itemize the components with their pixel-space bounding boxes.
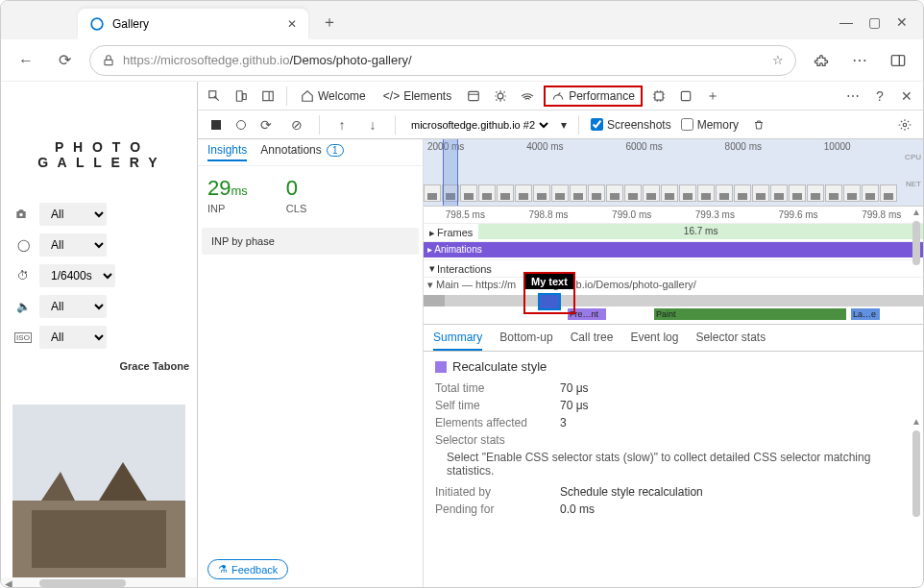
svg-point-17: [498, 93, 503, 99]
screenshot-strip: [424, 184, 923, 206]
dropdown-icon[interactable]: ▾: [561, 118, 567, 132]
filter-camera[interactable]: All: [1, 199, 197, 230]
performance-tab[interactable]: Performance: [544, 86, 643, 107]
close-devtools-button[interactable]: ✕: [896, 86, 917, 107]
main-track-label[interactable]: ▾ Main — https://mMy text.github.io/Demo…: [427, 278, 923, 292]
page-scrollbar-h[interactable]: ◀: [1, 577, 197, 588]
feedback-button[interactable]: ⚗ Feedback: [207, 559, 288, 579]
interactions-track-label[interactable]: ▾ Interactions: [424, 261, 498, 276]
download-icon[interactable]: ↓: [362, 114, 383, 135]
settings-icon[interactable]: [894, 114, 915, 135]
filter-timer[interactable]: ⏱ 1/6400s: [1, 260, 197, 291]
url-text: https://microsoftedge.github.io/Demos/ph…: [123, 53, 765, 67]
filter-select[interactable]: All: [39, 233, 107, 257]
memory-checkbox[interactable]: Memory: [681, 118, 739, 132]
flame-task[interactable]: [424, 295, 923, 306]
filter-speaker[interactable]: 🔈 All: [1, 291, 197, 322]
record-dot-icon[interactable]: [236, 120, 246, 130]
selector-stats-tab[interactable]: Selector stats: [695, 331, 766, 351]
tracks-scrollbar[interactable]: ▲: [910, 207, 923, 320]
svg-rect-2: [891, 55, 904, 65]
filter-select[interactable]: All: [39, 203, 107, 226]
frames-bar[interactable]: 16.7 ms: [478, 224, 923, 239]
elements-tab[interactable]: </> Elements: [377, 86, 457, 107]
filter-select[interactable]: 1/6400s: [39, 264, 115, 287]
back-button[interactable]: ←: [12, 47, 39, 74]
svg-rect-18: [655, 91, 663, 99]
annotation-target[interactable]: [538, 293, 561, 310]
add-tab-button[interactable]: ＋: [702, 86, 723, 107]
filter-aperture[interactable]: ◯ All: [1, 230, 197, 260]
summary-tab[interactable]: Summary: [433, 331, 482, 351]
track-ruler: 798.5 ms 798.8 ms 799.0 ms 799.3 ms 799.…: [424, 207, 923, 224]
svg-point-4: [19, 213, 23, 217]
annotations-tab[interactable]: Annotations 1: [260, 143, 343, 161]
address-bar[interactable]: https://microsoftedge.github.io/Demos/ph…: [89, 45, 796, 76]
window-minimize-button[interactable]: ―: [839, 14, 853, 30]
application-icon[interactable]: [675, 86, 696, 107]
favorite-icon[interactable]: ☆: [772, 53, 784, 67]
annotation-tooltip[interactable]: My text: [523, 272, 575, 314]
help-icon[interactable]: ?: [869, 86, 890, 107]
split-screen-icon[interactable]: [885, 47, 912, 74]
svg-rect-20: [211, 120, 221, 130]
webpage-pane: P H O T O G A L L E R Y All ◯ All ⏱ 1/64…: [1, 82, 198, 588]
tab-title: Gallery: [112, 17, 149, 31]
cpu-label: CPU: [905, 153, 921, 161]
svg-point-21: [903, 123, 907, 127]
clear-button[interactable]: ⊘: [286, 114, 307, 135]
dock-side-icon[interactable]: [257, 86, 279, 107]
svg-rect-19: [681, 91, 690, 100]
svg-rect-13: [263, 91, 274, 100]
bottom-up-tab[interactable]: Bottom-up: [499, 331, 552, 351]
detail-event-title: Recalculate style: [435, 359, 912, 374]
app-icon[interactable]: [463, 86, 484, 107]
flame-layer[interactable]: La…e: [851, 308, 880, 320]
extensions-icon[interactable]: [808, 47, 835, 74]
camera-icon: [14, 208, 32, 221]
timeline-overview[interactable]: 2000 ms 4000 ms 6000 ms 8000 ms 10000 CP…: [424, 139, 923, 207]
flame-paint[interactable]: Paint: [654, 308, 846, 320]
flame-chart[interactable]: ▸ Frames 16.7 ms ▸ Animations ▾ Interact…: [424, 224, 923, 320]
filter-iso[interactable]: ISO All: [1, 322, 197, 353]
screenshots-checkbox[interactable]: Screenshots: [591, 118, 671, 132]
inp-by-phase[interactable]: INP by phase: [202, 228, 419, 255]
event-log-tab[interactable]: Event log: [630, 331, 678, 351]
record-button[interactable]: [206, 114, 227, 135]
window-close-button[interactable]: ✕: [896, 14, 908, 30]
edge-favicon: [89, 16, 105, 32]
animations-track[interactable]: ▸ Animations: [424, 242, 923, 257]
iso-icon: ISO: [14, 332, 32, 343]
filter-select[interactable]: All: [39, 326, 107, 349]
home-icon: [301, 89, 314, 103]
device-toggle-icon[interactable]: [231, 86, 252, 107]
window-maximize-button[interactable]: ▢: [868, 14, 881, 30]
filter-select[interactable]: All: [39, 295, 107, 318]
inspect-element-icon[interactable]: [204, 86, 225, 107]
svg-point-0: [91, 18, 103, 30]
call-tree-tab[interactable]: Call tree: [571, 331, 614, 351]
bug-icon[interactable]: [490, 86, 511, 107]
browser-tab[interactable]: Gallery ✕: [78, 9, 308, 39]
code-icon: </>: [383, 89, 400, 103]
more-icon[interactable]: ⋯: [842, 86, 863, 107]
details-scrollbar[interactable]: ▲: [910, 416, 923, 588]
welcome-tab[interactable]: Welcome: [295, 86, 372, 107]
flame-task[interactable]: [424, 295, 445, 306]
context-select[interactable]: microsoftedge.github.io #2: [407, 118, 551, 132]
memory-icon[interactable]: [648, 86, 669, 107]
insights-tab[interactable]: Insights: [207, 143, 247, 161]
tab-close-button[interactable]: ✕: [287, 17, 297, 31]
timer-icon: ⏱: [14, 269, 32, 282]
details-body: Recalculate style Total time70 μs Self t…: [424, 352, 923, 526]
network-icon[interactable]: [517, 86, 538, 107]
new-tab-button[interactable]: ＋: [316, 9, 343, 36]
color-swatch: [435, 361, 447, 373]
reload-record-button[interactable]: ⟳: [255, 114, 277, 135]
frames-track-label[interactable]: ▸ Frames: [424, 226, 478, 240]
trash-icon[interactable]: [748, 114, 769, 135]
overview-selection[interactable]: [443, 139, 458, 206]
upload-icon[interactable]: ↑: [331, 114, 353, 135]
menu-icon[interactable]: ⋯: [846, 47, 873, 74]
refresh-button[interactable]: ⟳: [51, 47, 78, 74]
